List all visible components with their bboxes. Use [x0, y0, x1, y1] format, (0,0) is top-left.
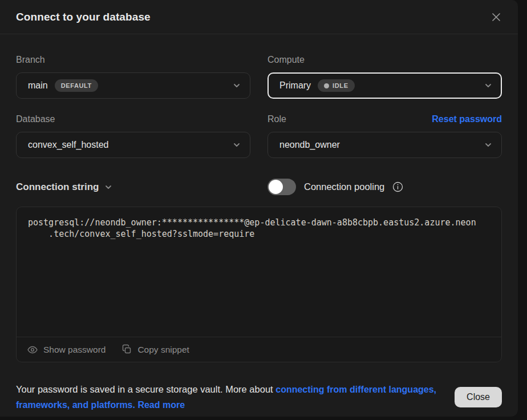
role-label: Role — [267, 114, 286, 124]
connection-string-code: postgresql://neondb_owner:**************… — [17, 207, 501, 337]
connection-pooling-row: Connection pooling — [267, 179, 502, 195]
chevron-down-icon — [233, 141, 241, 149]
copy-snippet-button[interactable]: Copy snippet — [121, 344, 189, 355]
branch-field: Branch main DEFAULT — [16, 54, 250, 99]
show-password-button[interactable]: Show password — [27, 344, 106, 356]
compute-field: Compute Primary IDLE — [267, 54, 502, 99]
footer-note: Your password is saved in a secure stora… — [16, 382, 441, 413]
read-more-link[interactable]: Read more — [135, 400, 185, 410]
database-field: Database convex_self_hosted — [16, 114, 250, 158]
close-button[interactable]: Close — [455, 387, 502, 407]
dialog-title: Connect to your database — [16, 11, 151, 23]
connect-database-dialog: Connect to your database Branch main DEF… — [0, 0, 518, 417]
toggle-knob — [269, 180, 283, 194]
copy-snippet-label: Copy snippet — [137, 345, 189, 355]
show-password-label: Show password — [43, 345, 106, 355]
role-field: Role Reset password neondb_owner — [267, 114, 502, 158]
compute-idle-badge: IDLE — [318, 79, 354, 92]
connection-string-value: postgresql://neondb_owner:**************… — [28, 217, 490, 240]
compute-select[interactable]: Primary IDLE — [267, 72, 502, 99]
role-select[interactable]: neondb_owner — [267, 132, 502, 158]
chevron-down-icon — [233, 82, 241, 90]
dialog-footer: Your password is saved in a secure stora… — [0, 382, 518, 413]
chevron-down-icon — [484, 141, 492, 149]
chevron-down-icon — [104, 183, 112, 191]
database-select[interactable]: convex_self_hosted — [16, 132, 250, 158]
copy-icon — [121, 344, 132, 355]
dialog-header: Connect to your database — [0, 0, 518, 34]
compute-label: Compute — [267, 55, 305, 65]
dialog-body: Branch main DEFAULT Compute Primary — [0, 54, 518, 362]
branch-value: main — [28, 80, 48, 91]
connection-string-dropdown[interactable]: Connection string — [16, 181, 250, 193]
branch-label: Branch — [16, 55, 45, 65]
role-value: neondb_owner — [279, 140, 340, 150]
code-actions-bar: Show password Copy snippet — [17, 337, 501, 362]
reset-password-link[interactable]: Reset password — [432, 114, 502, 124]
connection-pooling-toggle[interactable] — [267, 179, 296, 195]
footer-note-text: Your password is saved in a secure stora… — [16, 384, 275, 394]
compute-value: Primary — [279, 80, 311, 91]
connection-string-panel: postgresql://neondb_owner:**************… — [16, 207, 502, 362]
eye-icon — [27, 344, 38, 356]
branch-select[interactable]: main DEFAULT — [16, 72, 250, 99]
info-icon[interactable] — [392, 181, 403, 192]
database-value: convex_self_hosted — [28, 140, 108, 150]
connection-pooling-label: Connection pooling — [304, 181, 384, 192]
close-icon[interactable] — [488, 9, 504, 25]
database-label: Database — [16, 114, 55, 124]
chevron-down-icon — [484, 82, 492, 90]
branch-default-badge: DEFAULT — [55, 79, 98, 92]
connection-string-label: Connection string — [16, 181, 99, 193]
status-dot — [324, 83, 329, 88]
